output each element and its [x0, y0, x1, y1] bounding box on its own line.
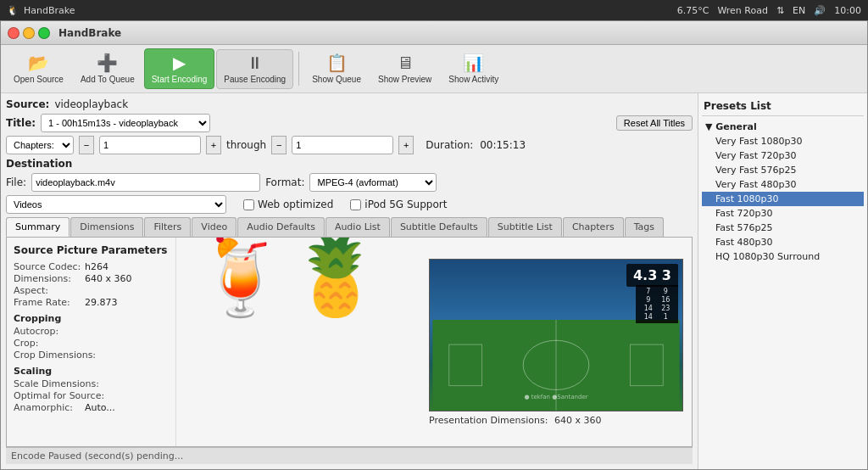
param-framerate: Frame Rate: 29.873 — [14, 297, 169, 308]
chapters-select[interactable]: Chapters: — [6, 136, 74, 154]
chapters-row: Chapters: − + through − + Duration: 00:1… — [6, 136, 693, 154]
tab-video[interactable]: Video — [192, 217, 236, 237]
source-label: Source: — [6, 98, 49, 110]
show-queue-icon: 📋 — [326, 53, 348, 73]
tab-subtitle-list[interactable]: Subtitle List — [488, 217, 562, 237]
system-bar-right: 6.75°C Wren Road ⇅ EN 🔊 10:00 — [677, 5, 861, 16]
duration-label: Duration: 00:15:13 — [426, 139, 526, 151]
start-encoding-label: Start Encoding — [152, 75, 208, 85]
destination-heading: Destination — [6, 158, 693, 170]
show-preview-button[interactable]: 🖥 Show Preview — [370, 49, 439, 89]
file-row: File: Format: MPEG-4 (avformat) — [6, 173, 693, 192]
pause-icon: ⏸ — [247, 53, 264, 73]
window-title: HandBrake — [58, 27, 121, 39]
param-scale-dim: Scale Dimensions: — [14, 378, 169, 389]
web-optimized-check[interactable] — [243, 199, 254, 210]
tab-summary[interactable]: Summary — [6, 217, 70, 237]
open-source-label: Open Source — [14, 75, 64, 85]
web-optimized-checkbox[interactable]: Web optimized — [243, 199, 333, 210]
chapters-end-decrement-button[interactable]: − — [271, 136, 287, 154]
preview-area: 🍹🍍 4.3 3 MATCH DAY — [176, 238, 692, 446]
source-params-panel: Source Picture Parameters Source Codec: … — [7, 238, 176, 446]
pause-encoding-label: Pause Encoding — [224, 75, 286, 85]
param-autocrop: Autocrop: — [14, 326, 169, 337]
show-queue-label: Show Queue — [312, 75, 361, 85]
preset-very-fast-576p25[interactable]: Very Fast 576p25 — [702, 163, 864, 177]
tab-audio-list[interactable]: Audio List — [326, 217, 390, 237]
ipod-check[interactable] — [350, 199, 361, 210]
clock: 10:00 — [834, 5, 861, 16]
video-preview: 4.3 3 MATCH DAY — [429, 259, 683, 411]
reset-all-titles-button[interactable]: Reset All Titles — [616, 115, 693, 131]
preset-very-fast-1080p30[interactable]: Very Fast 1080p30 — [702, 134, 864, 148]
show-activity-button[interactable]: 📊 Show Activity — [441, 48, 506, 89]
encode-status-text: Encode Paused (second(s) pending... — [11, 450, 183, 462]
temperature: 6.75°C — [677, 5, 709, 16]
preset-group-general[interactable]: ▼ General — [702, 120, 864, 134]
main-window: HandBrake 📂 Open Source ➕ Add To Queue ▶… — [0, 20, 868, 470]
score-overlay: 4.3 3 — [626, 264, 678, 287]
file-label: File: — [6, 176, 26, 188]
tab-filters[interactable]: Filters — [144, 217, 191, 237]
toolbar-separator — [298, 52, 299, 86]
app-name-system: HandBrake — [24, 5, 75, 16]
preset-very-fast-720p30[interactable]: Very Fast 720p30 — [702, 148, 864, 163]
close-button[interactable] — [8, 27, 19, 39]
tab-content: Source Picture Parameters Source Codec: … — [6, 238, 693, 447]
status-bar: Encode Paused (second(s) pending... — [6, 447, 693, 464]
tab-subtitle-defaults[interactable]: Subtitle Defaults — [391, 217, 487, 237]
presets-title: Presets List — [702, 97, 864, 116]
sponsor-text: ● tekfan ●Santander — [524, 394, 587, 400]
network-icon: ⇅ — [776, 5, 784, 16]
folder-select[interactable]: Videos — [6, 195, 226, 214]
add-to-queue-label: Add To Queue — [81, 75, 135, 85]
start-icon: ▶ — [173, 53, 186, 73]
video-frame: 4.3 3 MATCH DAY — [429, 242, 683, 426]
tab-chapters[interactable]: Chapters — [563, 217, 624, 237]
preset-fast-576p25[interactable]: Fast 576p25 — [702, 221, 864, 235]
preset-fast-1080p30[interactable]: Fast 1080p30 — [702, 192, 864, 206]
preset-fast-480p30[interactable]: Fast 480p30 — [702, 235, 864, 249]
open-source-icon: 📂 — [28, 53, 49, 73]
param-codec: Source Codec: h264 — [14, 261, 169, 272]
through-label: through — [226, 139, 266, 151]
open-source-button[interactable]: 📂 Open Source — [6, 48, 71, 89]
chapters-decrement-button[interactable]: − — [79, 136, 94, 154]
pause-encoding-button[interactable]: ⏸ Pause Encoding — [216, 49, 293, 89]
tab-audio-defaults[interactable]: Audio Defaults — [237, 217, 325, 237]
options-row: Videos Web optimized iPod 5G Support — [6, 195, 693, 214]
ipod-checkbox[interactable]: iPod 5G Support — [350, 199, 447, 210]
start-encoding-button[interactable]: ▶ Start Encoding — [144, 48, 215, 89]
param-optimal: Optimal for Source: — [14, 390, 169, 401]
ubuntu-logo: 🐧 — [7, 5, 19, 16]
toolbar: 📂 Open Source ➕ Add To Queue ▶ Start Enc… — [1, 45, 867, 93]
location: Wren Road — [717, 5, 768, 16]
minimize-button[interactable] — [23, 27, 35, 39]
chapters-start-input[interactable] — [99, 136, 201, 154]
param-crop: Crop: — [14, 338, 169, 349]
chapters-end-increment-button[interactable]: + — [398, 136, 414, 154]
show-activity-label: Show Activity — [448, 75, 498, 85]
maximize-button[interactable] — [38, 27, 50, 39]
source-row: Source: videoplayback — [6, 98, 693, 110]
presentation-dimensions: Presentation Dimensions: 640 x 360 — [429, 415, 683, 426]
add-to-queue-button[interactable]: ➕ Add To Queue — [73, 48, 142, 89]
chapters-end-input[interactable] — [292, 136, 393, 154]
show-queue-button[interactable]: 📋 Show Queue — [304, 48, 369, 89]
file-input[interactable] — [31, 173, 260, 192]
tab-dimensions[interactable]: Dimensions — [70, 217, 143, 237]
preset-very-fast-480p30[interactable]: Very Fast 480p30 — [702, 177, 864, 192]
show-preview-icon: 🖥 — [397, 53, 414, 73]
format-select[interactable]: MPEG-4 (avformat) — [309, 173, 437, 192]
preset-hq-1080p30-surround[interactable]: HQ 1080p30 Surround — [702, 249, 864, 264]
title-select[interactable]: 1 - 00h15m13s - videoplayback — [41, 114, 210, 132]
source-params-title: Source Picture Parameters — [14, 244, 169, 256]
format-label: Format: — [265, 176, 304, 188]
chapters-increment-button[interactable]: + — [206, 136, 221, 154]
title-label: Title: — [6, 117, 36, 129]
param-anamorphic: Anamorphic: Auto... — [14, 402, 169, 413]
tab-tags[interactable]: Tags — [625, 217, 664, 237]
preset-fast-720p30[interactable]: Fast 720p30 — [702, 206, 864, 221]
scaling-section: Scaling — [14, 366, 169, 377]
cropping-section: Cropping — [14, 313, 169, 324]
